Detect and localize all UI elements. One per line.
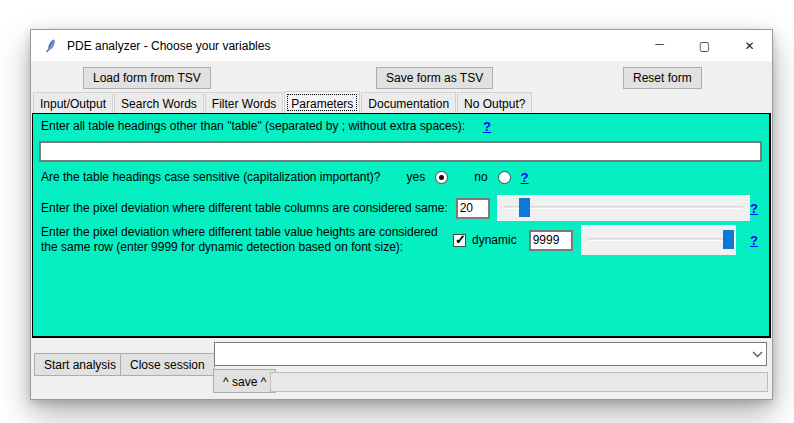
tab-strip: Input/Output Search Words Filter Words P… bbox=[33, 91, 533, 114]
minimize-icon[interactable]: ─ bbox=[637, 30, 682, 61]
maximize-icon[interactable]: ▢ bbox=[682, 30, 727, 61]
tab-filter-words[interactable]: Filter Words bbox=[205, 92, 283, 114]
tab-documentation[interactable]: Documentation bbox=[361, 92, 456, 114]
close-session-button[interactable]: Close session bbox=[120, 353, 215, 376]
table-headings-label: Enter all table headings other than "tab… bbox=[41, 119, 465, 134]
row-deviation-slider-track[interactable] bbox=[588, 238, 729, 241]
tab-search-words[interactable]: Search Words bbox=[114, 92, 204, 114]
window-controls: ─ ▢ ✕ bbox=[637, 30, 772, 61]
save-session-name-input[interactable] bbox=[270, 372, 768, 392]
chevron-down-icon[interactable] bbox=[748, 343, 766, 365]
session-combobox[interactable] bbox=[214, 342, 767, 366]
dynamic-checkbox-label: dynamic bbox=[472, 233, 517, 248]
tab-input-output[interactable]: Input/Output bbox=[33, 92, 113, 114]
column-deviation-label: Enter the pixel deviation where differen… bbox=[41, 201, 448, 216]
table-headings-input[interactable] bbox=[39, 141, 762, 162]
row-deviation-help-link[interactable]: ? bbox=[750, 233, 758, 248]
column-deviation-help-link[interactable]: ? bbox=[750, 201, 758, 216]
case-sensitive-yes-radio[interactable] bbox=[435, 171, 448, 184]
row-deviation-label-line2: the same row (enter 9999 for dynamic det… bbox=[41, 240, 403, 254]
start-analysis-button[interactable]: Start analysis bbox=[34, 353, 126, 376]
window-title: PDE analyzer - Choose your variables bbox=[67, 39, 270, 53]
row-deviation-input[interactable] bbox=[529, 230, 573, 251]
tab-no-output[interactable]: No Output? bbox=[457, 92, 532, 114]
save-session-button[interactable]: ^ save ^ bbox=[213, 369, 276, 393]
dynamic-checkbox[interactable] bbox=[453, 234, 466, 247]
load-form-button[interactable]: Load form from TSV bbox=[83, 67, 211, 89]
column-deviation-input[interactable] bbox=[456, 198, 490, 219]
tab-parameters[interactable]: Parameters bbox=[284, 91, 360, 114]
app-window: PDE analyzer - Choose your variables ─ ▢… bbox=[30, 29, 773, 400]
row-deviation-slider[interactable] bbox=[581, 225, 736, 255]
title-bar: PDE analyzer - Choose your variables ─ ▢… bbox=[31, 30, 772, 61]
row-deviation-slider-thumb[interactable] bbox=[723, 230, 734, 249]
save-form-button[interactable]: Save form as TSV bbox=[376, 67, 493, 89]
case-sensitive-no-label: no bbox=[474, 170, 487, 185]
table-headings-help-link[interactable]: ? bbox=[483, 119, 491, 134]
close-icon[interactable]: ✕ bbox=[727, 30, 772, 61]
case-sensitive-help-link[interactable]: ? bbox=[521, 170, 529, 185]
reset-form-button[interactable]: Reset form bbox=[623, 67, 702, 89]
app-feather-icon bbox=[44, 39, 58, 53]
column-deviation-slider[interactable] bbox=[497, 195, 750, 221]
parameters-panel: Enter all table headings other than "tab… bbox=[32, 113, 771, 338]
column-deviation-slider-track[interactable] bbox=[504, 206, 743, 209]
case-sensitive-no-radio[interactable] bbox=[498, 171, 511, 184]
column-deviation-slider-thumb[interactable] bbox=[519, 198, 530, 217]
case-sensitive-yes-label: yes bbox=[407, 170, 426, 185]
case-sensitive-label: Are the table headings case sensitive (c… bbox=[41, 170, 381, 185]
row-deviation-label-line1: Enter the pixel deviation where differen… bbox=[41, 225, 438, 239]
row-deviation-label: Enter the pixel deviation where differen… bbox=[41, 225, 453, 255]
